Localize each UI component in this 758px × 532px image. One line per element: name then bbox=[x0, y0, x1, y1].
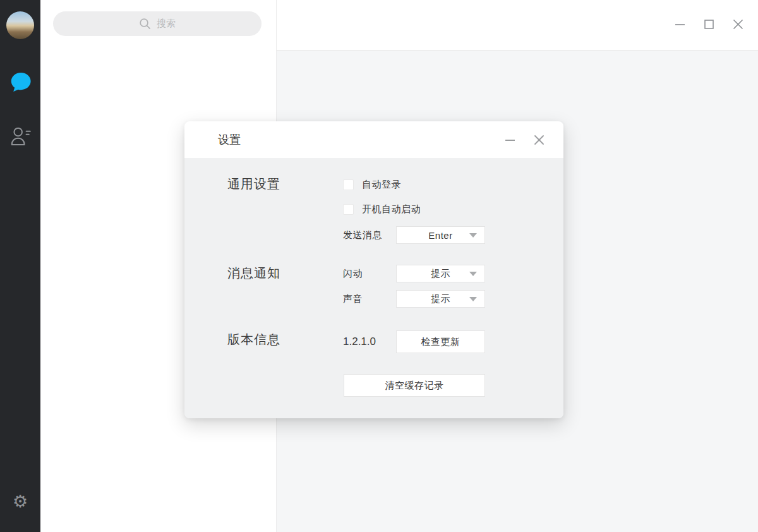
contacts-icon bbox=[8, 124, 33, 149]
version-row: 1.2.1.0 检查更新 bbox=[343, 330, 485, 353]
section-general-settings: 通用设置 bbox=[227, 176, 280, 193]
auto-login-row: 自动登录 bbox=[343, 179, 401, 191]
sidebar-item-contacts[interactable] bbox=[6, 123, 34, 150]
maximize-button[interactable] bbox=[702, 18, 715, 30]
titlebar bbox=[277, 0, 758, 51]
dialog-minimize-button[interactable] bbox=[504, 134, 515, 145]
send-message-value: Enter bbox=[428, 230, 452, 241]
search-input[interactable]: 搜索 bbox=[53, 11, 262, 36]
chevron-down-icon bbox=[469, 297, 477, 301]
dialog-controls bbox=[504, 134, 544, 145]
sound-dropdown[interactable]: 提示 bbox=[396, 290, 485, 308]
chevron-down-icon bbox=[469, 272, 477, 276]
sound-label: 声音 bbox=[343, 293, 396, 305]
sound-row: 声音 提示 bbox=[343, 290, 485, 308]
avatar[interactable] bbox=[6, 11, 34, 39]
version-number: 1.2.1.0 bbox=[343, 336, 396, 348]
search-icon bbox=[139, 18, 151, 30]
dialog-close-button[interactable] bbox=[533, 134, 544, 145]
app-window: ⚙ 搜索 bbox=[0, 0, 758, 532]
sidebar: ⚙ bbox=[0, 0, 40, 532]
auto-start-row: 开机自动启动 bbox=[343, 203, 421, 215]
settings-dialog-body: 通用设置 自动登录 开机自动启动 发送消息 Enter 消息通知 闪动 bbox=[184, 158, 563, 418]
minimize-button[interactable] bbox=[673, 18, 686, 30]
section-message-notifications: 消息通知 bbox=[227, 265, 280, 282]
maximize-icon bbox=[704, 19, 714, 30]
gear-icon: ⚙ bbox=[13, 493, 28, 510]
send-message-dropdown[interactable]: Enter bbox=[396, 226, 485, 244]
settings-dialog-header: 设置 bbox=[184, 121, 563, 158]
close-icon bbox=[733, 19, 743, 30]
sidebar-item-chats[interactable] bbox=[6, 68, 34, 96]
send-message-row: 发送消息 Enter bbox=[343, 226, 485, 244]
send-message-label: 发送消息 bbox=[343, 229, 396, 241]
clear-cache-button[interactable]: 清空缓存记录 bbox=[344, 374, 485, 397]
minimize-icon bbox=[675, 19, 685, 30]
chevron-down-icon bbox=[469, 233, 477, 238]
section-version-info: 版本信息 bbox=[227, 331, 280, 348]
auto-login-checkbox[interactable] bbox=[343, 179, 354, 190]
minimize-icon bbox=[505, 135, 515, 145]
settings-dialog: 设置 通用设置 自动登录 bbox=[184, 121, 563, 418]
flash-dropdown[interactable]: 提示 bbox=[396, 265, 485, 282]
flash-row: 闪动 提示 bbox=[343, 265, 485, 282]
auto-start-checkbox[interactable] bbox=[343, 204, 354, 215]
flash-label: 闪动 bbox=[343, 268, 396, 280]
check-update-button[interactable]: 检查更新 bbox=[396, 330, 485, 353]
close-icon bbox=[534, 135, 544, 145]
sound-value: 提示 bbox=[431, 293, 450, 305]
search-placeholder: 搜索 bbox=[157, 18, 176, 30]
auto-login-label: 自动登录 bbox=[362, 179, 401, 191]
sidebar-item-settings[interactable]: ⚙ bbox=[6, 487, 34, 515]
chat-bubble-icon bbox=[8, 70, 32, 94]
flash-value: 提示 bbox=[431, 268, 450, 280]
auto-start-label: 开机自动启动 bbox=[362, 203, 421, 215]
close-button[interactable] bbox=[731, 18, 744, 30]
dialog-title: 设置 bbox=[218, 132, 241, 147]
